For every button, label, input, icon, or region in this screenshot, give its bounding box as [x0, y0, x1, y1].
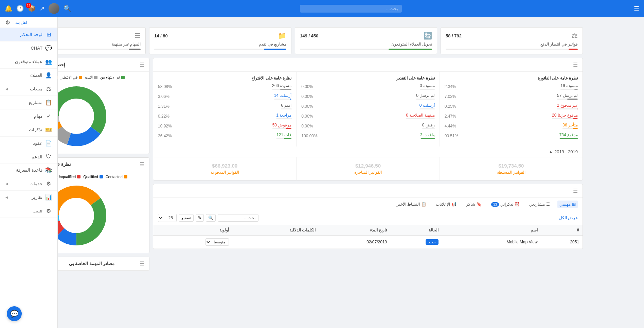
table-search-input[interactable]: [218, 214, 258, 222]
share-icon[interactable]: ↗: [39, 5, 44, 12]
sidebar-item-support[interactable]: 🛡 الدعم: [0, 150, 57, 163]
hamburger-icon[interactable]: ☰: [634, 5, 639, 12]
bell-icon[interactable]: 🔔: [5, 5, 12, 12]
notifications-icon[interactable]: 📦 23: [28, 5, 35, 12]
sidebar-item-knowledge[interactable]: 📚 قاعدة المعرفة: [0, 163, 57, 177]
legend-dot-waiting: [79, 76, 82, 79]
lead-stats-menu[interactable]: ☰: [140, 161, 144, 168]
fin-year-bar: 2019 ، 2019 ▲: [153, 146, 583, 157]
fin-card-1[interactable]: $12,946.50 الفواتير المتاحرة: [296, 157, 439, 180]
sidebar-item-services[interactable]: ⚙ خدمات ◀: [0, 177, 57, 191]
clock-icon[interactable]: 🕐: [16, 5, 24, 12]
tab-projects[interactable]: ☰ مشاريعي: [527, 201, 552, 208]
sidebar-label-knowledge: قاعدة المعرفة: [5, 168, 42, 173]
ov-label-partial: مدفوع جزيئا 20: [552, 113, 578, 118]
show-all-link[interactable]: عرض الكل: [559, 215, 578, 220]
power-icon[interactable]: ⏻: [5, 20, 10, 25]
table-refresh-btn[interactable]: ↻: [196, 214, 204, 222]
priority-select[interactable]: متوسط عالي منخفض: [205, 238, 229, 246]
est-pct-0: 0.00%: [301, 84, 313, 89]
prop-label-1[interactable]: أرسلت 14: [274, 93, 292, 98]
table-header-row: # اسم الحالة تاريخ البدء الكلمات الدلالي…: [153, 225, 583, 236]
settings-icon: ⚙: [45, 208, 52, 214]
sidebar-label-dashboard: لوحة التحكم: [5, 32, 42, 37]
tab-reminders[interactable]: ⏰ تذكراتي 33: [489, 201, 522, 208]
stat-card-leads[interactable]: 🔄 450 / 149 تحويل العملاء المتوقعون: [295, 27, 437, 54]
notification-badge: 23: [26, 3, 31, 8]
legend-waiting: في الانتظار: [61, 75, 82, 80]
sidebar-item-chat[interactable]: 💬 CHAT: [0, 41, 57, 55]
overview-panel-header: ☰: [153, 58, 583, 72]
tab-thanks-icon: 🔖: [477, 202, 482, 207]
sidebar-item-sales[interactable]: ⚖ مبيعات ◀: [0, 82, 57, 96]
project-stats-menu[interactable]: ☰: [140, 62, 144, 68]
stat-card-invoices[interactable]: ⚖ 792 / 58 فواتير في انتظار الدفع: [441, 27, 583, 54]
search-icon[interactable]: 🔍: [64, 5, 71, 12]
sidebar-label-tickets: تذكرات: [5, 127, 42, 132]
cell-start-date: 02/07/2019: [319, 236, 390, 249]
activity-menu-icon[interactable]: ☰: [573, 188, 578, 194]
sidebar-item-projects[interactable]: 📋 مشاريع: [0, 96, 57, 109]
table-search-icon[interactable]: 🔍: [206, 214, 216, 222]
ov-pct-unpaid: 0.25%: [445, 104, 456, 109]
ov-label-unpaid: غير مدفوع 2: [557, 103, 578, 108]
stat-card-projects[interactable]: 📁 80 / 14 مشاريع في تقدم: [149, 27, 291, 54]
fin-card-0[interactable]: $19,734.50 الفواتير المسلطة: [440, 157, 583, 180]
search-placeholder: بحث...: [386, 6, 398, 11]
legend-dot-completed: [121, 76, 125, 79]
est-pct-3: 0.00%: [301, 114, 313, 119]
sidebar-label-settings: تثبيت: [5, 208, 42, 213]
legend-completed: تم الانتهاء من: [100, 75, 125, 80]
prop-label-3[interactable]: مراجعة 1: [276, 113, 291, 118]
est-label-2[interactable]: أرسلت 0: [419, 103, 435, 108]
table-row[interactable]: 2051 Mobile Map View جديد 02/07/2019 متو…: [153, 236, 583, 249]
legend-qualified: Qualified: [83, 175, 103, 179]
ov-row-paid: مدفوع 734 90.51%: [445, 133, 578, 139]
tab-announcements-icon: 📢: [451, 202, 457, 207]
sidebar-item-contracts[interactable]: 📄 عقود: [0, 137, 57, 150]
sidebar-item-settings[interactable]: ⚙ تثبيت: [0, 204, 57, 218]
legend-contacted: Contacted: [106, 175, 127, 179]
top-navbar: ☰ بحث... 🔍 ↗ 📦 23 🕐 🔔: [0, 0, 644, 17]
col-name: اسم: [442, 225, 541, 236]
user-avatar[interactable]: [49, 3, 59, 14]
status-badge: جديد: [426, 239, 439, 245]
leads-value: 450 / 149: [300, 33, 318, 38]
sidebar-item-employees[interactable]: 👥 عملاء متوقعون: [0, 55, 57, 69]
tab-reminders-label: تذكراتي: [500, 202, 513, 207]
ov-pct-draft: 2.34%: [445, 84, 456, 89]
ov-pct-paid: 90.51%: [445, 134, 459, 138]
table-filter-btn[interactable]: تصفير: [179, 214, 194, 222]
sales-collapse-icon: ◀: [5, 87, 8, 91]
leads-icon: 🔄: [424, 32, 432, 40]
prop-row-1: أرسلت 14 3.06%: [158, 93, 291, 100]
sidebar-item-tasks[interactable]: ✓ مهام: [0, 109, 57, 123]
est-label-0: مسودة 0: [420, 83, 435, 88]
tab-thanks[interactable]: 🔖 شاكر: [464, 201, 484, 208]
tab-announcements[interactable]: 📢 الإعلانات: [434, 201, 459, 208]
tab-announcements-label: الإعلانات: [436, 202, 450, 207]
employees-icon: 👥: [45, 58, 52, 65]
reports-icon: 📊: [45, 194, 52, 201]
invoices-title: فواتير في انتظار الدفع: [446, 42, 578, 47]
top-search-bar[interactable]: بحث...: [300, 5, 402, 13]
task-sources-menu[interactable]: ☰: [140, 260, 144, 267]
per-page-select[interactable]: 25 50 100: [158, 214, 177, 222]
fin-card-2[interactable]: $66,923.00 الفواتير المدفوعة: [153, 157, 296, 180]
table-controls-right: 🔍 ↻ تصفير 25 50 100: [158, 214, 258, 222]
year-arrow[interactable]: ▲: [549, 149, 553, 154]
tab-recent[interactable]: 📋 النشاط الأخير: [395, 201, 428, 208]
sidebar-item-reports[interactable]: 📊 تقارير ◀: [0, 191, 57, 204]
projects-title: مشاريع في تقدم: [154, 42, 286, 47]
est-row-3: منتهية الصلاحية 0 0.00%: [301, 113, 434, 119]
tab-summary[interactable]: ▦ مهيمي: [557, 201, 578, 208]
overview-menu-icon[interactable]: ☰: [573, 62, 578, 68]
chat-bubble[interactable]: 💬: [7, 306, 22, 321]
sidebar-item-tickets[interactable]: 🎫 تذكرات: [0, 123, 57, 137]
legend-label-unqualified: Unqualified: [57, 175, 76, 179]
ov-label-late: متأخر 36: [562, 123, 578, 127]
projects-value: 80 / 14: [154, 33, 168, 38]
sidebar-item-dashboard[interactable]: ⊞ لوحة التحكم: [0, 28, 57, 41]
sidebar-item-clients[interactable]: 👤 العملاء: [0, 69, 57, 82]
prop-label-5: فات 121: [276, 133, 291, 137]
